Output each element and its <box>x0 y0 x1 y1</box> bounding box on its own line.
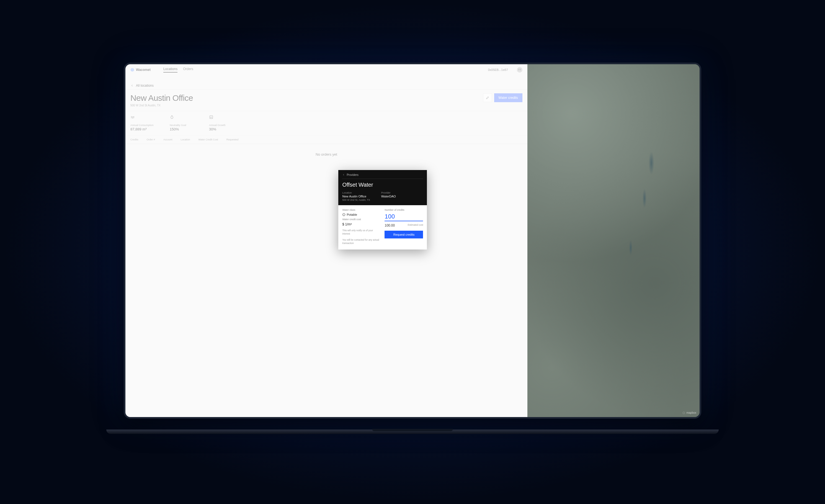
request-credits-button[interactable]: Request credits <box>384 231 423 238</box>
brand: Wacomet <box>130 68 151 72</box>
stat-consumption-label: Annual Consumption <box>130 124 161 127</box>
page-title: New Austin Office <box>130 93 483 103</box>
screen: Wacomet Locations Orders 0x05EB...1e87 T… <box>124 63 701 419</box>
th-order: Order # <box>147 138 155 141</box>
water-class-label: Water class <box>342 209 381 211</box>
waves-icon <box>130 115 135 119</box>
estimated-cost-row: 100.00 Estimated cost <box>384 223 423 227</box>
stat-consumption-value: 87,889 m³ <box>130 127 161 131</box>
th-account: Account <box>163 138 172 141</box>
arrow-left-icon <box>342 173 345 176</box>
top-nav: Wacomet Locations Orders 0x05EB...1e87 T… <box>126 64 527 75</box>
modal-location-name: New Austin Office <box>342 195 370 198</box>
app: Wacomet Locations Orders 0x05EB...1e87 T… <box>126 64 699 417</box>
modal-location-label: Location <box>342 191 370 194</box>
modal-right-col: Number of credits 100.00 Estimated cost … <box>384 209 423 245</box>
drop-icon <box>170 115 174 119</box>
credit-cost-label: Water credit cost <box>342 218 381 221</box>
brand-name: Wacomet <box>136 68 151 72</box>
stat-neutrality-label: Neutrality Goal <box>170 124 200 127</box>
bar-chart-icon <box>209 115 213 119</box>
offset-water-modal: Providers Offset Water Location New Aust… <box>338 170 427 249</box>
modal-crumb-label: Providers <box>347 173 358 176</box>
stats-row: Annual Consumption 87,889 m³ Neutrality … <box>126 111 527 132</box>
modal-provider-name: WaterDAO <box>381 195 396 198</box>
modal-note-1: This will only notify us of your interes… <box>342 229 381 236</box>
breadcrumb[interactable]: All locations <box>126 75 527 89</box>
th-credits: Credits <box>130 138 138 141</box>
map-pane[interactable]: mapbox <box>527 64 699 417</box>
content-pane: Wacomet Locations Orders 0x05EB...1e87 T… <box>126 64 527 417</box>
modal-provider-label: Provider <box>381 191 396 194</box>
stat-growth-value: 30% <box>209 127 239 131</box>
stat-consumption: Annual Consumption 87,889 m³ <box>130 115 161 131</box>
brand-logo-icon <box>130 68 134 72</box>
stat-neutrality: Neutrality Goal 150% <box>170 115 200 131</box>
th-requested: Requested <box>226 138 239 141</box>
modal-title: Offset Water <box>342 182 423 188</box>
page-address: 500 W 2nd St Austin, TX <box>130 104 483 107</box>
laptop-frame: Wacomet Locations Orders 0x05EB...1e87 T… <box>124 63 701 442</box>
modal-provider: Provider WaterDAO <box>381 191 396 201</box>
water-class-value: Potable <box>347 213 357 216</box>
modal-body: Water class Potable Water credit cost $ … <box>338 205 427 249</box>
info-icon <box>342 213 346 216</box>
water-credits-button[interactable]: Water credits <box>494 93 522 102</box>
modal-back[interactable]: Providers <box>342 173 423 179</box>
orders-empty-state: No orders yet <box>126 144 527 165</box>
credit-cost-value: $ 1/m³ <box>342 222 381 226</box>
arrow-left-icon <box>130 84 134 87</box>
pencil-icon <box>486 96 489 99</box>
laptop-notch <box>372 429 453 431</box>
th-location: Location <box>181 138 190 141</box>
modal-location: Location New Austin Office 500 W 2nd St,… <box>342 191 370 201</box>
water-class-chip: Potable <box>342 213 381 216</box>
orders-table-header: Credits Order # Account Location Water C… <box>126 135 527 144</box>
svg-point-4 <box>683 412 685 414</box>
nav-orders[interactable]: Orders <box>183 67 193 73</box>
stat-growth: Annual Growth 30% <box>209 115 239 131</box>
num-credits-label: Number of credits <box>384 209 423 211</box>
map-attribution: mapbox <box>682 411 696 414</box>
map-attribution-text: mapbox <box>686 411 696 414</box>
modal-meta: Location New Austin Office 500 W 2nd St,… <box>342 191 423 201</box>
estimated-cost-value: 100.00 <box>384 223 395 227</box>
modal-location-addr: 500 W 2nd St, Austin, TX <box>342 199 370 201</box>
title-row: New Austin Office 500 W 2nd St Austin, T… <box>126 89 527 111</box>
modal-header: Providers Offset Water Location New Aust… <box>338 170 427 205</box>
stat-growth-label: Annual Growth <box>209 124 239 127</box>
nav-locations[interactable]: Locations <box>163 67 177 73</box>
estimated-cost-label: Estimated cost <box>408 223 423 226</box>
map-rivers <box>527 64 699 417</box>
stat-neutrality-value: 150% <box>170 127 200 131</box>
num-credits-input[interactable] <box>384 213 423 221</box>
th-cost: Water Credit Cost <box>199 138 218 141</box>
svg-point-0 <box>131 68 134 71</box>
wallet-address[interactable]: 0x05EB...1e87 <box>488 68 508 71</box>
svg-point-1 <box>132 69 133 70</box>
modal-left-col: Water class Potable Water credit cost $ … <box>342 209 381 245</box>
modal-note-2: You will be contacted for any actual tra… <box>342 238 381 245</box>
edit-button[interactable] <box>483 93 492 102</box>
breadcrumb-label: All locations <box>136 84 154 87</box>
nav-links: Locations Orders <box>163 67 193 73</box>
mapbox-logo-icon <box>682 412 685 414</box>
avatar[interactable]: TT <box>517 67 522 73</box>
